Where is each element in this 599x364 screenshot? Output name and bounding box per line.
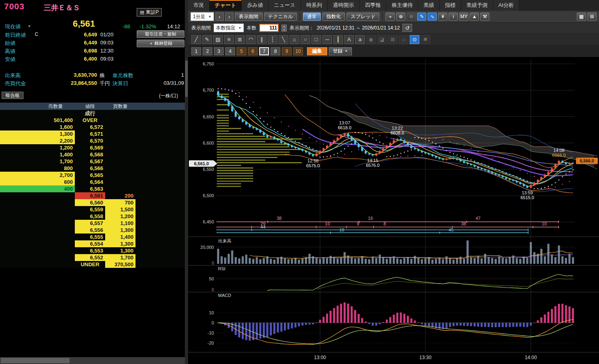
- ask-qty-cell[interactable]: 1,600: [0, 124, 75, 130]
- bid-price-cell[interactable]: 6,552: [75, 254, 105, 261]
- preset-8-button[interactable]: 8: [271, 47, 280, 55]
- tab-市況[interactable]: 市況: [188, 0, 210, 11]
- undo-icon[interactable]: ↺: [402, 24, 412, 32]
- bid-price-cell[interactable]: 6,553: [75, 247, 105, 254]
- ask-price-cell[interactable]: 6,564: [75, 179, 105, 185]
- eraser-icon[interactable]: ◪: [377, 35, 387, 44]
- ask-qty-cell[interactable]: 1,200: [0, 144, 75, 151]
- wrench-icon[interactable]: ⚒: [480, 13, 489, 21]
- bid-qty-cell[interactable]: 700: [105, 199, 135, 206]
- scrollbar-thumb[interactable]: [1, 358, 70, 363]
- ask-qty-cell[interactable]: 800: [0, 165, 75, 172]
- text-icon[interactable]: A: [344, 35, 354, 44]
- preset-6-button[interactable]: 6: [248, 47, 258, 55]
- ask-qty-cell[interactable]: 2,700: [0, 172, 75, 179]
- interval-select[interactable]: 1分足 ▼: [190, 12, 214, 21]
- trendline-icon[interactable]: ╱: [191, 35, 201, 44]
- zoom-out-icon[interactable]: ⊖: [406, 13, 416, 21]
- bid-qty-cell[interactable]: 1,300: [105, 227, 135, 234]
- pencil-icon[interactable]: ✎: [202, 35, 212, 44]
- tab-時系列[interactable]: 時系列: [301, 0, 328, 11]
- arc-icon[interactable]: ◠: [246, 35, 256, 44]
- bid-qty-cell[interactable]: 1,400: [105, 234, 135, 240]
- circle-icon[interactable]: ○: [301, 35, 310, 44]
- popout-icon[interactable]: ⊞: [587, 13, 597, 21]
- parallel-lines-icon[interactable]: ∥: [257, 35, 267, 44]
- bar-count-input[interactable]: [259, 24, 279, 32]
- normal-mode-button[interactable]: 通常: [303, 13, 321, 21]
- my-chart-icon[interactable]: MY: [459, 13, 468, 21]
- vscrollbar-thumb[interactable]: [185, 61, 188, 97]
- preset-4-button[interactable]: 4: [225, 47, 235, 55]
- preset-9-button[interactable]: 9: [282, 47, 292, 55]
- vertical-lines-icon[interactable]: ┆: [268, 35, 277, 44]
- add-icon[interactable]: ＋: [385, 13, 395, 21]
- period-mode-select[interactable]: 本数指定 ▼: [214, 23, 244, 32]
- market-order-cell[interactable]: 成行: [75, 110, 105, 117]
- bid-qty-cell[interactable]: 1,300: [105, 247, 135, 254]
- draw-icon[interactable]: ✎: [417, 13, 426, 21]
- over-qty-cell[interactable]: 501,400: [0, 117, 75, 124]
- ask-price-cell[interactable]: 6,566: [75, 165, 105, 172]
- ask-qty-cell[interactable]: 600: [0, 179, 75, 185]
- hatch-icon[interactable]: ▨: [213, 35, 223, 44]
- ask-price-cell[interactable]: 6,563: [75, 185, 105, 192]
- tab-歩み値[interactable]: 歩み値: [242, 0, 269, 11]
- lock-icon[interactable]: ⊙: [410, 35, 419, 44]
- tab-業績[interactable]: 業績: [418, 0, 440, 11]
- next-button[interactable]: ›: [225, 13, 233, 21]
- bid-price-cell[interactable]: 6,560: [75, 199, 105, 206]
- current-price-cell[interactable]: 6,561: [75, 192, 105, 199]
- preset-7-button[interactable]: 7: [259, 47, 269, 55]
- horizontal-scrollbar[interactable]: [0, 357, 185, 364]
- bid-qty-cell[interactable]: 1,500: [105, 206, 135, 213]
- info-icon[interactable]: i: [449, 13, 458, 21]
- ask-qty-cell[interactable]: 2,200: [0, 137, 75, 144]
- tab-指標[interactable]: 指標: [440, 0, 461, 11]
- ask-qty-cell[interactable]: 400: [0, 185, 75, 192]
- rectangle-icon[interactable]: □: [311, 35, 321, 44]
- pentagon-icon[interactable]: ⌂: [290, 35, 299, 44]
- current-bid-qty-cell[interactable]: 200: [105, 192, 135, 199]
- trade-caution-button[interactable]: 取引注意・規制: [137, 30, 184, 38]
- bid-qty-cell[interactable]: 1,100: [105, 220, 135, 227]
- tab-ニュース[interactable]: ニュース: [269, 0, 301, 11]
- slope-lines-icon[interactable]: ╲: [279, 35, 288, 44]
- tab-AI分析[interactable]: AI分析: [493, 0, 519, 11]
- yen-icon[interactable]: ¥: [438, 13, 447, 21]
- vertical-scrollbar[interactable]: [185, 0, 188, 364]
- add-watchlist-button[interactable]: ＋ 銘柄登録: [137, 40, 184, 47]
- bid-price-cell[interactable]: 6,554: [75, 240, 105, 247]
- bid-qty-cell[interactable]: 1,700: [105, 254, 135, 261]
- magnet-icon[interactable]: ◇: [399, 35, 409, 44]
- bid-qty-cell[interactable]: 1,300: [105, 240, 135, 247]
- wave-icon[interactable]: ∿: [428, 13, 437, 21]
- bid-price-cell[interactable]: 6,557: [75, 220, 105, 227]
- edit-button[interactable]: 編集: [307, 47, 327, 55]
- horizontal-line-icon[interactable]: ─: [322, 35, 332, 44]
- ask-price-cell[interactable]: 6,570: [75, 137, 105, 144]
- ask-price-cell[interactable]: 6,565: [75, 172, 105, 179]
- ask-price-cell[interactable]: 6,572: [75, 124, 105, 130]
- ask-qty-cell[interactable]: 1,400: [0, 151, 75, 158]
- preset-10-button[interactable]: 10: [293, 47, 303, 55]
- price-chart[interactable]: 6,4506,5006,5506,6006,6506,7006,75013:00…: [188, 57, 599, 362]
- over-label-cell[interactable]: OVER: [75, 117, 105, 124]
- prev-button[interactable]: ‹: [216, 13, 224, 21]
- price-lines-icon[interactable]: ≣: [235, 35, 245, 44]
- under-label-cell[interactable]: UNDER: [75, 261, 105, 268]
- ask-price-cell[interactable]: 6,568: [75, 151, 105, 158]
- label-icon[interactable]: a: [355, 35, 365, 44]
- ask-price-cell[interactable]: 6,569: [75, 144, 105, 151]
- ask-qty-cell[interactable]: 1,700: [0, 158, 75, 165]
- preset-2-button[interactable]: 2: [203, 47, 212, 55]
- register-preset-button[interactable]: 登録 ▼: [329, 47, 352, 55]
- under-qty-cell[interactable]: 370,500: [105, 261, 135, 268]
- bid-qty-cell[interactable]: 1,200: [105, 213, 135, 220]
- bid-price-cell[interactable]: 6,559: [75, 206, 105, 213]
- bid-price-cell[interactable]: 6,558: [75, 213, 105, 220]
- horizontal-lines-icon[interactable]: ≡: [224, 35, 234, 44]
- index-mode-button[interactable]: 指数化: [322, 13, 345, 21]
- preset-3-button[interactable]: 3: [214, 47, 224, 55]
- spin-up-button[interactable]: ▲: [282, 25, 287, 28]
